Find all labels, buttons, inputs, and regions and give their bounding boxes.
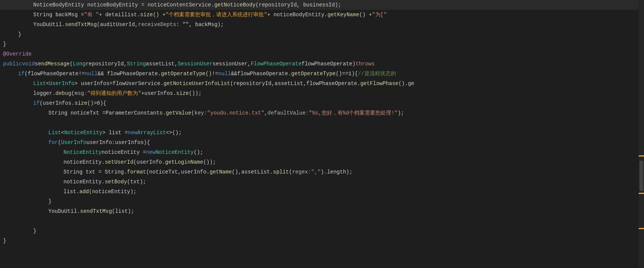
code-token: split [273, 167, 289, 177]
code-token: flowPhaseOperate) [302, 59, 356, 69]
code-token: setUserId [105, 157, 133, 167]
code-token: throws [356, 59, 375, 69]
code-token: () + [153, 10, 166, 20]
code-token: "%s,您好，有%d个档案需要您处理!" [309, 108, 398, 118]
code-token: repositoryId, [85, 59, 127, 69]
code-line-line23 [0, 216, 644, 226]
code-editor: NoticeBodyEntity noticeBodyEntity = noti… [0, 0, 644, 268]
scrollbar-thumb[interactable] [639, 161, 643, 191]
code-token: &&flowPhaseOperate. [231, 69, 291, 79]
code-token: "有 " [84, 10, 99, 20]
code-token: ()!= [206, 69, 218, 79]
code-token: ()); [203, 157, 216, 167]
code-token: for [48, 138, 58, 147]
code-token: (repositoryId, businessId); [255, 0, 341, 10]
code-token: (flowPhaseOperate!= [25, 69, 85, 79]
code-token: assetList, [146, 59, 178, 69]
code-token: > userInfos=flowUserService. [74, 79, 163, 88]
code-token: size [74, 98, 87, 108]
code-token: new [146, 147, 155, 157]
code-line-line7: public void sendMessage(Long repositoryI… [0, 59, 644, 69]
scroll-indicator-2 [639, 193, 644, 194]
code-token: "个档案需要您审批，请进入系统进行审批" [166, 10, 267, 20]
code-token: null [85, 69, 98, 79]
code-line-line4: } [0, 29, 644, 39]
code-line-line13 [0, 118, 644, 128]
code-token: String txt = String. [63, 167, 127, 177]
code-token: + detaillist. [99, 10, 140, 20]
code-line-line17: noticeEntity.setUserId(userInfo.getLogin… [0, 157, 644, 167]
code-token: //是流程状态的 [358, 69, 396, 79]
code-token: list. [63, 187, 79, 197]
code-token: (),assetList. [232, 167, 273, 177]
code-token: ()); [189, 88, 202, 98]
code-token: getNoticeUserInfoList [163, 79, 230, 88]
code-token: } [18, 29, 21, 39]
code-token: ArrayList [137, 128, 166, 138]
code-line-line5: } [0, 39, 644, 49]
code-token: (noticeTxt,userInfo. [146, 167, 209, 177]
code-line-line10: logger.debug( msg: "得到通知的用户数为"+userInfos… [0, 88, 644, 98]
code-token: String backMsg = [33, 10, 84, 20]
code-token: String noticeTxt =ParameterConstants. [48, 108, 166, 118]
code-line-line8: if(flowPhaseOperate!=null && flowPhaseOp… [0, 69, 644, 79]
code-token: SessionUser [178, 59, 212, 69]
code-token: UserInfo [49, 79, 74, 88]
code-token: ( [70, 59, 73, 69]
code-token: userInfo:userInfos){ [87, 138, 150, 147]
code-line-line11: if(userInfos.size()>0){ [0, 98, 644, 108]
code-token: defaultValue [268, 108, 306, 118]
code-token: (list); [112, 206, 134, 216]
code-token: NoticeEntity [156, 147, 194, 157]
code-token: Long [73, 59, 86, 69]
code-token: sendTxtMsg [65, 20, 97, 29]
code-token: (); [194, 147, 203, 157]
code-token: : "", backMsg); [176, 20, 224, 29]
code-token: ).length); [321, 167, 353, 177]
code-token: debug [56, 88, 71, 98]
code-line-line16: NoticeEntity noticeEntity = new NoticeEn… [0, 147, 644, 157]
code-lines: NoticeBodyEntity noticeBodyEntity = noti… [0, 0, 644, 246]
code-token: < [61, 128, 64, 138]
code-token: public [3, 59, 22, 69]
scroll-indicator-3 [639, 228, 644, 229]
code-line-line2: String backMsg = "有 " + detaillist.size(… [0, 10, 644, 20]
code-token: "," [311, 167, 320, 177]
code-token: getFlowPhase [360, 79, 398, 88]
code-token: void [22, 59, 35, 69]
code-line-line9: List<UserInfo> userInfos=flowUserService… [0, 79, 644, 88]
code-token: List [33, 79, 46, 88]
code-token: (userInfo. [133, 157, 165, 167]
code-token: logger. [33, 88, 56, 98]
code-token: : [306, 108, 309, 118]
code-token: "得到通知的用户数为" [87, 88, 141, 98]
code-token: key [194, 108, 204, 118]
code-token: , [264, 108, 267, 118]
code-token: && flowPhaseOperate. [98, 69, 161, 79]
code-token: getOperateType [291, 69, 336, 79]
code-line-line19: noticeEntity.setBody(txt); [0, 177, 644, 187]
code-token: add [79, 187, 89, 197]
code-token: @Override [3, 49, 32, 59]
code-line-line6: @Override [0, 49, 644, 59]
code-token: (auditUserId, [97, 20, 138, 29]
code-token: getNoticeBody [214, 0, 255, 10]
code-token: (noticeEntity); [89, 187, 136, 197]
code-token: sessionUser, [213, 59, 251, 69]
code-token: if [33, 98, 40, 108]
code-token: : [308, 167, 311, 177]
code-token: (userInfos. [40, 98, 74, 108]
code-token: +userInfos. [141, 88, 176, 98]
code-token: ()==1){ [336, 69, 358, 79]
code-token: <>(); [166, 128, 182, 138]
code-token: ); [398, 108, 404, 118]
code-token: if [18, 69, 25, 79]
code-token: NoticeEntity [63, 147, 102, 157]
scrollbar-track[interactable] [639, 0, 644, 268]
code-line-line24: } [0, 226, 644, 236]
code-token: String [127, 59, 146, 69]
code-line-line22: YouDuUtil.sendTxtMsg(list); [0, 206, 644, 216]
code-token: ( [191, 108, 194, 118]
code-token: noticeEntity. [63, 177, 105, 187]
code-token: noticeEntity. [63, 157, 105, 167]
